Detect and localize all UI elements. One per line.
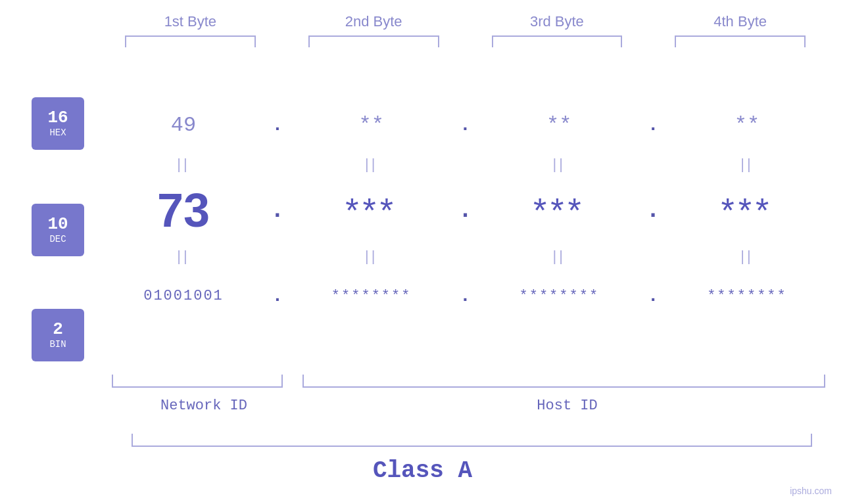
byte1-header: 1st Byte bbox=[99, 13, 282, 30]
bin-byte2: ******** bbox=[287, 288, 456, 304]
byte-headers: 1st Byte 2nd Byte 3rd Byte 4th Byte bbox=[0, 0, 845, 30]
network-id-label: Network ID bbox=[99, 398, 302, 414]
bracket-byte1 bbox=[125, 35, 256, 47]
eq2-byte1: || bbox=[99, 248, 268, 265]
bracket-byte4 bbox=[675, 35, 806, 47]
hex-dot3: . bbox=[644, 115, 662, 135]
eq1-byte3: || bbox=[474, 156, 644, 173]
eq2-byte4: || bbox=[662, 248, 832, 265]
equals-row-2: || || || || bbox=[99, 243, 832, 269]
host-id-label: Host ID bbox=[302, 398, 832, 414]
bracket-byte3 bbox=[492, 35, 623, 47]
eq1-byte1: || bbox=[99, 156, 268, 173]
dec-byte1: 73 bbox=[99, 183, 268, 237]
labels-row: Network ID Host ID bbox=[99, 398, 832, 414]
class-label: Class A bbox=[0, 457, 845, 484]
dec-byte4: *** bbox=[662, 191, 832, 230]
hex-row: 49 . ** . ** . ** bbox=[99, 99, 832, 151]
bin-dot1: . bbox=[268, 286, 287, 306]
dec-badge: 10 DEC bbox=[32, 204, 84, 256]
bracket-byte2 bbox=[308, 35, 439, 47]
eq2-byte3: || bbox=[474, 248, 644, 265]
bin-badge-label: BIN bbox=[49, 339, 66, 350]
hex-byte4: ** bbox=[662, 113, 832, 137]
hex-dot2: . bbox=[456, 115, 475, 135]
hex-byte3: ** bbox=[474, 113, 644, 137]
bottom-brackets bbox=[99, 375, 832, 388]
watermark: ipshu.com bbox=[790, 486, 832, 496]
hex-byte2: ** bbox=[287, 113, 456, 137]
top-brackets-row bbox=[0, 35, 845, 47]
hex-badge-num: 16 bbox=[47, 109, 68, 126]
bin-dot3: . bbox=[644, 286, 662, 306]
eq1-byte2: || bbox=[287, 156, 456, 173]
bin-dot2: . bbox=[456, 286, 475, 306]
hex-byte1: 49 bbox=[99, 113, 268, 137]
host-bracket bbox=[302, 375, 825, 388]
bin-badge: 2 BIN bbox=[32, 309, 84, 361]
hex-dot1: . bbox=[268, 115, 287, 135]
dec-dot2: . bbox=[456, 197, 475, 224]
dec-byte3: *** bbox=[474, 191, 644, 230]
main-container: 1st Byte 2nd Byte 3rd Byte 4th Byte 16 H… bbox=[0, 0, 845, 504]
dec-dot3: . bbox=[644, 197, 662, 224]
bin-badge-num: 2 bbox=[53, 321, 63, 338]
dec-row: 73 . *** . *** . *** bbox=[99, 177, 832, 243]
class-bracket bbox=[132, 434, 812, 447]
equals-row-1: || || || || bbox=[99, 151, 832, 177]
bin-byte3: ******** bbox=[474, 288, 644, 304]
dec-badge-num: 10 bbox=[47, 216, 68, 233]
dec-byte2: *** bbox=[287, 191, 456, 230]
bin-byte1: 01001001 bbox=[99, 288, 268, 304]
dec-badge-label: DEC bbox=[49, 234, 66, 244]
byte2-header: 2nd Byte bbox=[282, 13, 466, 30]
bin-row: 01001001 . ******** . ******** . *******… bbox=[99, 269, 832, 322]
hex-badge: 16 HEX bbox=[32, 97, 84, 150]
hex-badge-label: HEX bbox=[49, 127, 66, 138]
bin-byte4: ******** bbox=[662, 288, 832, 304]
network-bracket bbox=[112, 375, 283, 388]
dec-dot1: . bbox=[268, 197, 287, 224]
eq1-byte4: || bbox=[662, 156, 832, 173]
content-rows: 49 . ** . ** . ** || || || || 73 . *** .… bbox=[99, 85, 832, 322]
byte3-header: 3rd Byte bbox=[466, 13, 649, 30]
eq2-byte2: || bbox=[287, 248, 456, 265]
byte4-header: 4th Byte bbox=[648, 13, 832, 30]
